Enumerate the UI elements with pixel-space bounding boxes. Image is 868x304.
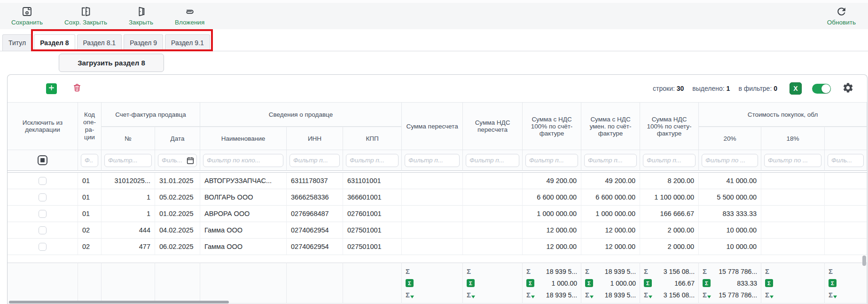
- cell-vat-100[interactable]: 166 666.67: [640, 206, 699, 222]
- cell-rate-next[interactable]: [825, 222, 867, 239]
- column-header-seller-kpp[interactable]: КПП: [343, 127, 402, 150]
- cell-op-code[interactable]: 01: [78, 206, 102, 222]
- cell-sum-with-vat-100[interactable]: 6 600 000.00: [523, 189, 581, 206]
- column-header-op-code[interactable]: Код опе- ра- ции: [78, 102, 102, 150]
- cell-seller-inn[interactable]: 3666258336: [287, 189, 343, 206]
- calendar-icon[interactable]: [186, 156, 195, 165]
- close-button[interactable]: Закрыть: [129, 6, 153, 26]
- cell-rate-18[interactable]: [761, 206, 825, 222]
- filter-input-rate-18[interactable]: [764, 154, 821, 167]
- add-row-button[interactable]: [46, 83, 57, 94]
- load-section-8-button[interactable]: Загрузить раздел 8: [59, 54, 164, 72]
- cell-recalc-vat[interactable]: [463, 173, 523, 189]
- filter-input-invoice-number[interactable]: [104, 154, 152, 167]
- cell-rate-next[interactable]: [825, 189, 867, 206]
- table-row[interactable]: 0244404.02.2025Гамма ООО0274062954027501…: [8, 222, 867, 239]
- cell-recalc-vat[interactable]: [463, 206, 523, 222]
- column-header-invoice-date[interactable]: Дата: [155, 127, 200, 150]
- cell-sum-with-vat-reduced[interactable]: 49 200.00: [581, 173, 640, 189]
- tab-razdel-8[interactable]: Раздел 8: [34, 34, 75, 51]
- cell-invoice-date[interactable]: 31.01.2025: [155, 173, 200, 189]
- cell-invoice-number[interactable]: 477: [102, 239, 155, 255]
- column-header-rate-next[interactable]: [825, 127, 867, 150]
- cell-seller-inn[interactable]: 6311178037: [287, 173, 343, 189]
- save-button[interactable]: Сохранить: [11, 6, 43, 26]
- column-header-recalc-sum[interactable]: Сумма пересчета: [402, 102, 463, 150]
- cell-rate-18[interactable]: [761, 239, 825, 255]
- settings-gear-button[interactable]: [842, 82, 854, 96]
- cell-seller-kpp[interactable]: 027501001: [343, 239, 402, 255]
- delete-row-button[interactable]: [72, 82, 82, 95]
- horizontal-scrollbar[interactable]: [9, 301, 229, 304]
- filter-input-rate-next[interactable]: [828, 154, 864, 167]
- tab-razdel-9-1[interactable]: Раздел 9.1: [165, 34, 210, 51]
- table-row[interactable]: 0131012025...31.01.2025АВТОГРУЗЗАПЧАС...…: [8, 173, 867, 189]
- cell-seller-name[interactable]: ВОЛГАРЬ ООО: [200, 189, 287, 206]
- attachments-button[interactable]: Вложения: [175, 6, 204, 26]
- vertical-scrollbar[interactable]: [862, 256, 866, 266]
- table-row[interactable]: 01105.02.2025ВОЛГАРЬ ООО3666258336366601…: [8, 189, 867, 206]
- cell-rate-18[interactable]: [761, 222, 825, 239]
- row-exclude-checkbox[interactable]: [39, 210, 47, 218]
- filter-input-recalc-vat[interactable]: [466, 154, 519, 167]
- cell-invoice-number[interactable]: 1: [102, 189, 155, 206]
- cell-seller-name[interactable]: АВТОГРУЗЗАПЧАС...: [200, 173, 287, 189]
- cell-sum-with-vat-100[interactable]: 12 000.00: [523, 239, 581, 255]
- save-close-button[interactable]: Сохр. Закрыть: [64, 6, 107, 26]
- cell-seller-inn[interactable]: 0276968487: [287, 206, 343, 222]
- row-exclude-checkbox[interactable]: [39, 243, 47, 251]
- cell-op-code[interactable]: 02: [78, 239, 102, 255]
- cell-recalc-sum[interactable]: [402, 206, 463, 222]
- cell-sum-with-vat-reduced[interactable]: 6 600 000.00: [581, 189, 640, 206]
- cell-invoice-date[interactable]: 05.02.2025: [155, 189, 200, 206]
- row-exclude-checkbox[interactable]: [39, 177, 47, 185]
- cell-seller-inn[interactable]: 0274062954: [287, 222, 343, 239]
- column-header-sum-with-vat-reduced[interactable]: Сумма с НДС умен. по счёт-фактуре: [581, 102, 640, 150]
- cell-invoice-date[interactable]: 06.02.2025: [155, 239, 200, 255]
- cell-invoice-number[interactable]: 444: [102, 222, 155, 239]
- filter-input-sum-with-vat-reduced[interactable]: [584, 154, 637, 167]
- tab-razdel-8-1[interactable]: Раздел 8.1: [77, 34, 122, 51]
- column-header-rate-18[interactable]: 18%: [761, 127, 825, 150]
- column-header-sum-with-vat-100[interactable]: Сумма с НДС 100% по счёт-фактуре: [523, 102, 581, 150]
- export-excel-button[interactable]: X: [790, 82, 802, 95]
- cell-sum-with-vat-100[interactable]: 1 000 000.00: [523, 206, 581, 222]
- refresh-button[interactable]: Обновить: [827, 6, 856, 26]
- filter-input-seller-kpp[interactable]: [346, 154, 399, 167]
- row-exclude-checkbox[interactable]: [39, 193, 47, 201]
- row-exclude-checkbox[interactable]: [39, 226, 47, 234]
- table-row[interactable]: 0247706.02.2025Гамма ООО0274062954027501…: [8, 239, 867, 255]
- cell-sum-with-vat-reduced[interactable]: 12 000.00: [581, 222, 640, 239]
- cell-seller-name[interactable]: Гамма ООО: [200, 239, 287, 255]
- cell-vat-100[interactable]: 2 000.00: [640, 239, 699, 255]
- cell-seller-name[interactable]: АВРОРА ООО: [200, 206, 287, 222]
- cell-rate-next[interactable]: [825, 173, 867, 189]
- cell-op-code[interactable]: 02: [78, 222, 102, 239]
- cell-rate-18[interactable]: [761, 173, 825, 189]
- cell-sum-with-vat-reduced[interactable]: 12 000.00: [581, 239, 640, 255]
- column-header-vat-100[interactable]: Сумма НДС 100% по счету-фактуре: [640, 102, 699, 150]
- cell-vat-100[interactable]: 2 000.00: [640, 222, 699, 239]
- cell-recalc-vat[interactable]: [463, 222, 523, 239]
- cell-sum-with-vat-reduced[interactable]: 1 000 000.00: [581, 206, 640, 222]
- cell-recalc-sum[interactable]: [402, 189, 463, 206]
- cell-rate-next[interactable]: [825, 206, 867, 222]
- column-header-rate-20[interactable]: 20%: [699, 127, 761, 150]
- column-header-invoice-number[interactable]: №: [102, 127, 155, 150]
- cell-invoice-number[interactable]: 1: [102, 206, 155, 222]
- cell-sum-with-vat-100[interactable]: 12 000.00: [523, 222, 581, 239]
- cell-invoice-number[interactable]: 31012025...: [102, 173, 155, 189]
- cell-recalc-sum[interactable]: [402, 239, 463, 255]
- filter-input-sum-with-vat-100[interactable]: [525, 154, 578, 167]
- tab-titul[interactable]: Титул: [2, 34, 32, 51]
- cell-recalc-sum[interactable]: [402, 222, 463, 239]
- filter-input-seller-name[interactable]: [203, 154, 283, 167]
- cell-seller-name[interactable]: Гамма ООО: [200, 222, 287, 239]
- cell-recalc-vat[interactable]: [463, 239, 523, 255]
- cell-rate-next[interactable]: [825, 239, 867, 255]
- grid-toggle-switch[interactable]: [812, 84, 831, 94]
- cell-rate-20[interactable]: 10 000.00: [699, 222, 761, 239]
- column-header-recalc-vat[interactable]: Сумма НДС пересчета: [463, 102, 523, 150]
- table-row[interactable]: 01101.02.2025АВРОРА ООО02769684870276010…: [8, 206, 867, 222]
- cell-invoice-date[interactable]: 04.02.2025: [155, 222, 200, 239]
